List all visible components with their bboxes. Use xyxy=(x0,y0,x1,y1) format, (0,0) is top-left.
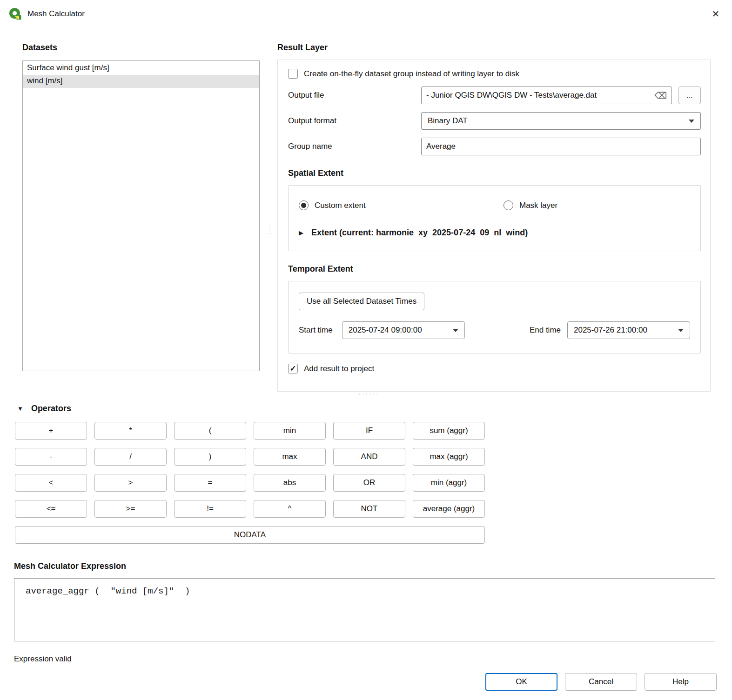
output-file-row: Output file ⌫ ... xyxy=(288,87,701,104)
operator-button[interactable]: ) xyxy=(174,448,246,466)
on-the-fly-row: ✓ Create on-the-fly dataset group instea… xyxy=(288,69,701,79)
group-name-row: Group name xyxy=(288,138,701,155)
operator-button[interactable]: AND xyxy=(333,448,405,466)
output-file-input[interactable] xyxy=(421,87,672,104)
horizontal-splitter-handle[interactable]: ······ xyxy=(358,390,380,397)
temporal-extent-group: Use all Selected Dataset Times Start tim… xyxy=(288,281,701,353)
custom-extent-radio[interactable]: Custom extent xyxy=(299,200,504,210)
output-format-label: Output format xyxy=(288,116,421,126)
datasets-heading: Datasets xyxy=(22,43,260,53)
operator-button[interactable]: average (aggr) xyxy=(413,500,485,518)
add-result-row: ✓ Add result to project xyxy=(288,364,701,373)
mask-layer-radio[interactable]: Mask layer xyxy=(504,200,557,210)
titlebar: Mesh Calculator ✕ xyxy=(0,0,732,28)
end-time-label: End time xyxy=(530,326,561,335)
expression-editor[interactable]: average_aggr ( "wind [m/s]" ) xyxy=(14,578,715,641)
operators-expander[interactable]: ▼ Operators xyxy=(17,404,717,413)
add-result-label: Add result to project xyxy=(304,364,374,373)
mesh-calculator-dialog: Mesh Calculator ✕ Datasets Surface wind … xyxy=(0,0,732,700)
radio-unselected-icon xyxy=(504,200,513,210)
help-button[interactable]: Help xyxy=(645,673,717,691)
spatial-extent-heading: Spatial Extent xyxy=(288,168,701,178)
start-time-value: 2025-07-24 09:00:00 xyxy=(349,326,422,335)
on-the-fly-label: Create on-the-fly dataset group instead … xyxy=(304,69,519,79)
extent-current-label: Extent (current: harmonie_xy_2025-07-24_… xyxy=(311,228,528,238)
spatial-extent-group: Custom extent Mask layer ▶ Extent (curre… xyxy=(288,185,701,251)
operator-button[interactable]: sum (aggr) xyxy=(413,422,485,440)
extent-expander[interactable]: ▶ Extent (current: harmonie_xy_2025-07-2… xyxy=(299,228,690,238)
end-time-select[interactable]: 2025-07-26 21:00:00 xyxy=(567,321,690,339)
dialog-footer: OK Cancel Help xyxy=(0,664,732,691)
datasets-panel: Datasets Surface wind gust [m/s]wind [m/… xyxy=(22,43,260,392)
operator-button[interactable]: abs xyxy=(254,474,326,492)
operator-button[interactable]: < xyxy=(15,474,87,492)
operator-button[interactable]: IF xyxy=(333,422,405,440)
result-layer-body: ✓ Create on-the-fly dataset group instea… xyxy=(277,60,711,392)
dataset-item[interactable]: Surface wind gust [m/s] xyxy=(23,62,259,75)
output-format-row: Output format Binary DAT xyxy=(288,112,701,130)
operators-heading: Operators xyxy=(31,404,71,413)
check-icon: ✓ xyxy=(289,365,296,373)
ok-button[interactable]: OK xyxy=(485,673,557,691)
operator-button[interactable]: OR xyxy=(333,474,405,492)
output-file-label: Output file xyxy=(288,91,421,100)
operator-button[interactable]: ( xyxy=(174,422,246,440)
operator-button[interactable]: - xyxy=(15,448,87,466)
qgis-logo-icon xyxy=(8,7,22,21)
chevron-down-icon xyxy=(678,329,684,332)
chevron-down-icon xyxy=(689,120,694,123)
output-format-select[interactable]: Binary DAT xyxy=(421,112,701,130)
clear-text-icon[interactable]: ⌫ xyxy=(654,90,667,101)
result-layer-heading: Result Layer xyxy=(277,43,711,53)
window-title: Mesh Calculator xyxy=(27,9,85,19)
top-section: Datasets Surface wind gust [m/s]wind [m/… xyxy=(0,28,732,392)
operators-section: ▼ Operators +*(minIFsum (aggr)-/)maxANDm… xyxy=(0,404,732,544)
output-format-value: Binary DAT xyxy=(428,116,468,126)
cancel-button[interactable]: Cancel xyxy=(565,673,637,691)
expander-expanded-icon: ▼ xyxy=(17,406,23,412)
datasets-list[interactable]: Surface wind gust [m/s]wind [m/s] xyxy=(22,60,260,371)
operator-button[interactable]: + xyxy=(15,422,87,440)
start-time-label: Start time xyxy=(299,326,333,335)
close-icon[interactable]: ✕ xyxy=(702,3,729,25)
operator-button[interactable]: ^ xyxy=(254,500,326,518)
expression-heading: Mesh Calculator Expression xyxy=(14,561,715,571)
operator-button[interactable]: <= xyxy=(15,500,87,518)
operator-button[interactable]: max xyxy=(254,448,326,466)
operator-button[interactable]: min (aggr) xyxy=(413,474,485,492)
expression-status: Expression valid xyxy=(14,654,715,664)
expression-section: Mesh Calculator Expression average_aggr … xyxy=(0,561,732,664)
end-time-value: 2025-07-26 21:00:00 xyxy=(574,326,647,335)
add-result-checkbox[interactable]: ✓ xyxy=(288,364,298,373)
operator-button-nodata[interactable]: NODATA xyxy=(15,526,485,544)
operator-button[interactable]: * xyxy=(94,422,167,440)
operator-button[interactable]: > xyxy=(94,474,167,492)
group-name-label: Group name xyxy=(288,142,421,151)
browse-button[interactable]: ... xyxy=(678,87,701,104)
operator-button[interactable]: >= xyxy=(94,500,167,518)
vertical-splitter-handle[interactable]: ···· xyxy=(269,223,273,234)
expander-collapsed-icon: ▶ xyxy=(299,230,303,236)
custom-extent-label: Custom extent xyxy=(315,201,366,210)
operator-button[interactable]: max (aggr) xyxy=(413,448,485,466)
start-time-select[interactable]: 2025-07-24 09:00:00 xyxy=(342,321,465,339)
chevron-down-icon xyxy=(453,329,458,332)
operator-button[interactable]: = xyxy=(174,474,246,492)
dataset-item[interactable]: wind [m/s] xyxy=(23,75,259,88)
operator-button[interactable]: / xyxy=(94,448,167,466)
use-all-dataset-times-button[interactable]: Use all Selected Dataset Times xyxy=(299,293,424,310)
on-the-fly-checkbox[interactable]: ✓ xyxy=(288,69,298,79)
temporal-extent-heading: Temporal Extent xyxy=(288,264,701,274)
mask-layer-label: Mask layer xyxy=(519,201,557,210)
result-layer-panel: Result Layer ✓ Create on-the-fly dataset… xyxy=(277,43,711,392)
radio-selected-icon xyxy=(299,200,309,210)
operator-button[interactable]: min xyxy=(254,422,326,440)
operators-grid: +*(minIFsum (aggr)-/)maxANDmax (aggr)<>=… xyxy=(15,422,717,518)
operator-button[interactable]: NOT xyxy=(333,500,405,518)
operator-button[interactable]: != xyxy=(174,500,246,518)
group-name-input[interactable] xyxy=(421,138,701,155)
